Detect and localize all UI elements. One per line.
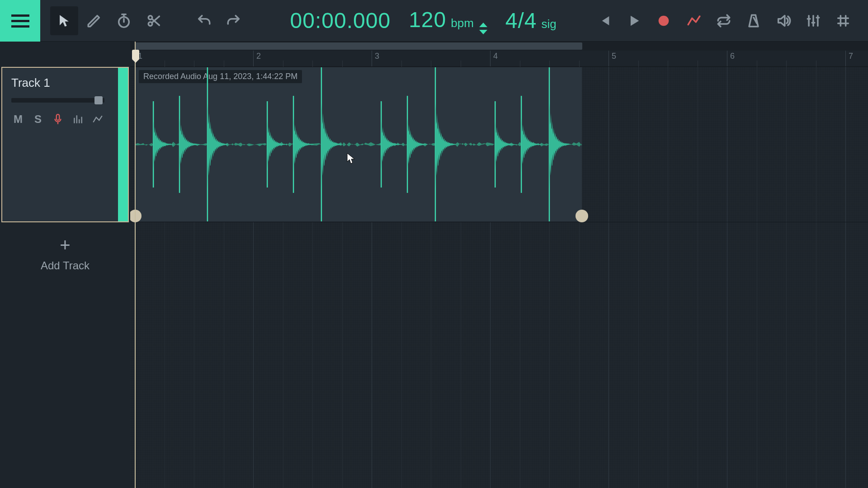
ruler-beat-tick — [549, 61, 550, 67]
tempo-value: 120 — [409, 7, 446, 32]
metronome-icon — [746, 13, 761, 28]
loop-range[interactable] — [135, 42, 582, 50]
ruler-beat-tick — [698, 61, 698, 67]
arm-record-button[interactable] — [51, 113, 65, 126]
redo-icon — [226, 13, 241, 28]
solo-button[interactable]: S — [31, 113, 45, 126]
svg-rect-2 — [11, 25, 29, 28]
snap-button[interactable] — [829, 6, 857, 35]
instrument-button[interactable] — [71, 113, 85, 126]
mixer-icon — [806, 13, 821, 28]
ruler-beat-tick — [668, 61, 668, 67]
mic-icon — [52, 113, 64, 125]
toolbar: 00:00.000 120 bpm 4/4 sig — [0, 0, 868, 42]
ruler-beat-tick — [638, 61, 639, 67]
timeline: 1234567 Recorded Audio Aug 11, 2023, 1:4… — [130, 42, 868, 488]
time-readout[interactable]: 00:00.000 — [282, 8, 399, 33]
time-value: 00:00.000 — [290, 8, 391, 33]
tempo-tool-button[interactable] — [110, 6, 138, 35]
play-icon — [626, 13, 642, 28]
timesig-value: 4/4 — [505, 8, 537, 33]
ruler-beat-tick — [431, 61, 431, 67]
record-button[interactable] — [650, 6, 678, 35]
tempo-spinner[interactable] — [479, 23, 487, 34]
cursor-icon — [57, 13, 72, 28]
ruler-bar-number: 3 — [375, 52, 379, 61]
ruler-beat-tick — [342, 61, 343, 67]
ruler-bar-tick: 7 — [845, 51, 846, 66]
svg-point-6 — [659, 15, 669, 26]
ruler-bar-number: 1 — [138, 52, 142, 61]
tracks-area[interactable]: Recorded Audio Aug 11, 2023, 1:44:22 PM — [130, 67, 868, 488]
line-chart-icon — [92, 113, 104, 125]
ruler-bar-tick: 1 — [135, 51, 135, 66]
hamburger-icon — [11, 14, 29, 28]
rewind-button[interactable] — [590, 6, 618, 35]
plus-icon: + — [60, 236, 70, 254]
down-arrow-icon — [479, 30, 487, 34]
automation-toggle-button[interactable] — [91, 113, 104, 126]
menu-button[interactable] — [0, 0, 40, 42]
workspace: Track 1 M S — [0, 42, 868, 488]
ruler-beat-tick — [786, 61, 787, 67]
mixer-button[interactable] — [799, 6, 827, 35]
bars-icon — [72, 113, 84, 125]
loop-icon — [716, 13, 731, 28]
ruler-bar-tick: 4 — [490, 51, 491, 66]
mute-button[interactable]: M — [11, 113, 25, 126]
timesig-readout[interactable]: 4/4 sig — [497, 8, 565, 33]
slider-thumb[interactable] — [94, 96, 103, 104]
loop-button[interactable] — [710, 6, 738, 35]
ruler-bar-tick: 3 — [372, 51, 372, 66]
redo-button[interactable] — [220, 6, 248, 35]
select-tool-button[interactable] — [50, 6, 78, 35]
ruler-bar-number: 2 — [256, 52, 261, 61]
draw-tool-button[interactable] — [80, 6, 108, 35]
ruler-bar-number: 6 — [730, 52, 735, 61]
track-name-label[interactable]: Track 1 — [11, 76, 118, 90]
add-track-label: Add Track — [41, 259, 90, 272]
master-volume-button[interactable] — [769, 6, 797, 35]
volume-icon — [776, 13, 791, 28]
svg-rect-7 — [57, 114, 60, 120]
ruler-beat-tick — [224, 61, 224, 67]
clip-fade-out-handle[interactable] — [576, 210, 588, 222]
ruler-beat-tick — [194, 61, 194, 67]
track-header[interactable]: Track 1 M S — [1, 67, 129, 222]
stopwatch-icon — [116, 13, 132, 28]
track-lane[interactable]: Recorded Audio Aug 11, 2023, 1:44:22 PM — [130, 67, 868, 222]
add-track-button[interactable]: + Add Track — [0, 236, 130, 272]
time-ruler[interactable]: 1234567 — [130, 51, 868, 67]
play-button[interactable] — [620, 6, 648, 35]
record-icon — [656, 13, 671, 28]
automation-icon — [686, 13, 702, 28]
cut-tool-button[interactable] — [140, 6, 168, 35]
skip-start-icon — [596, 13, 612, 28]
track-color-strip — [118, 68, 128, 221]
undo-icon — [196, 13, 212, 28]
ruler-bar-tick: 2 — [253, 51, 254, 66]
scissors-icon — [146, 13, 162, 28]
ruler-beat-tick — [283, 61, 283, 67]
ruler-bar-number: 4 — [493, 52, 498, 61]
loop-region-bar[interactable] — [130, 42, 868, 51]
undo-button[interactable] — [190, 6, 218, 35]
ruler-bar-tick: 5 — [609, 51, 609, 66]
svg-rect-1 — [11, 20, 29, 22]
grid-icon — [835, 13, 851, 28]
pencil-icon — [86, 13, 102, 28]
track-volume-slider[interactable] — [11, 98, 104, 103]
ruler-bar-tick: 6 — [727, 51, 727, 66]
ruler-beat-tick — [165, 61, 165, 67]
ruler-beat-tick — [579, 61, 580, 67]
ruler-beat-tick — [757, 61, 757, 67]
waveform-icon — [135, 67, 582, 221]
automation-button[interactable] — [680, 6, 708, 35]
ruler-bar-number: 5 — [612, 52, 616, 61]
ruler-beat-tick — [816, 61, 816, 67]
ruler-beat-tick — [312, 61, 313, 67]
tempo-readout[interactable]: 120 bpm — [401, 7, 495, 34]
audio-clip[interactable]: Recorded Audio Aug 11, 2023, 1:44:22 PM — [135, 67, 582, 222]
metronome-button[interactable] — [740, 6, 768, 35]
ruler-beat-tick — [461, 61, 461, 67]
